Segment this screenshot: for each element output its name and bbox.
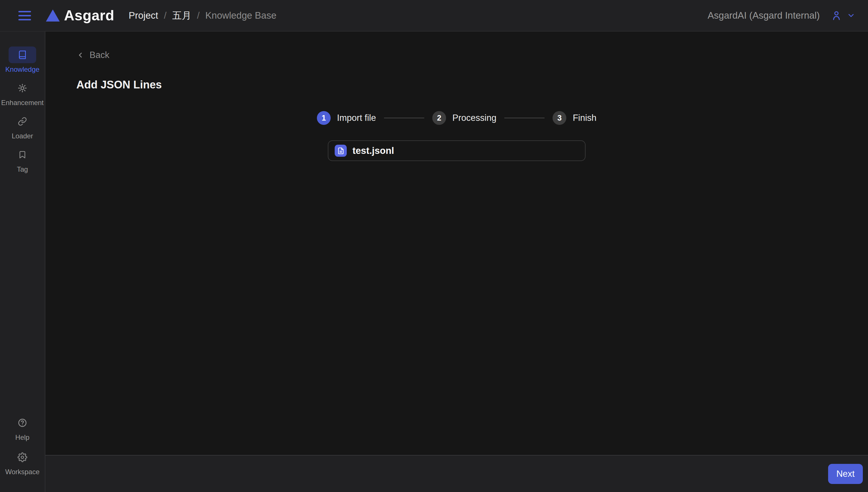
sidebar-item-workspace[interactable]: Workspace (0, 449, 45, 476)
sidebar-bottom-group: Help Workspace (0, 415, 45, 476)
sidebar-item-label: Tag (17, 165, 28, 173)
book-icon (8, 47, 36, 63)
logo-text: Asgard (64, 7, 114, 24)
breadcrumb-project[interactable]: Project (129, 10, 158, 21)
page-title: Add JSON Lines (76, 79, 868, 91)
sidebar-item-label: Help (15, 434, 29, 441)
bookmark-icon (8, 146, 36, 163)
sidebar-item-help[interactable]: Help (0, 415, 45, 441)
sidebar: Knowledge Enhancement (0, 31, 45, 492)
chevron-left-icon (76, 51, 84, 59)
step-processing: 2 Processing (432, 111, 496, 125)
step-finish: 3 Finish (552, 111, 596, 125)
account-menu[interactable]: AsgardAI (Asgard Internal) (708, 9, 855, 22)
sidebar-item-loader[interactable]: Loader (0, 113, 45, 140)
breadcrumb-current-page: Knowledge Base (205, 10, 276, 21)
breadcrumb-separator: / (164, 10, 167, 21)
top-header: Asgard Project / 五月 / Knowledge Base Asg… (0, 0, 868, 31)
sidebar-item-label: Enhancement (1, 99, 44, 107)
step-label: Finish (573, 113, 596, 123)
logo-triangle-icon (46, 9, 60, 22)
sidebar-item-label: Workspace (5, 468, 40, 476)
sidebar-item-enhancement[interactable]: Enhancement (0, 80, 45, 107)
import-stepper: 1 Import file 2 Processing 3 Finish (317, 111, 596, 125)
sidebar-item-knowledge[interactable]: Knowledge (0, 47, 45, 73)
step-number-badge: 1 (317, 111, 331, 125)
footer-bar: Next (45, 455, 868, 492)
next-button[interactable]: Next (828, 464, 863, 484)
sun-icon (8, 80, 36, 96)
selected-file-field[interactable]: test.jsonl (328, 140, 586, 161)
step-connector (504, 118, 545, 118)
sidebar-item-label: Knowledge (5, 66, 40, 73)
step-number-badge: 2 (432, 111, 446, 125)
person-icon (831, 9, 842, 22)
menu-hamburger-icon[interactable] (18, 11, 31, 20)
gear-icon (8, 449, 36, 466)
step-label: Processing (452, 113, 496, 123)
step-import-file: 1 Import file (317, 111, 376, 125)
step-number-badge: 3 (552, 111, 566, 125)
asgard-logo[interactable]: Asgard (46, 7, 114, 24)
account-label: AsgardAI (Asgard Internal) (708, 10, 820, 21)
breadcrumb: Project / 五月 / Knowledge Base (129, 9, 276, 22)
breadcrumb-separator: / (197, 10, 199, 21)
back-button[interactable]: Back (76, 50, 109, 60)
link-icon (8, 113, 36, 130)
sidebar-item-label: Loader (12, 132, 33, 140)
step-connector (384, 118, 424, 118)
chevron-down-icon (847, 11, 855, 20)
file-document-icon (335, 145, 347, 157)
question-circle-icon (8, 415, 36, 431)
breadcrumb-workspace[interactable]: 五月 (172, 9, 191, 22)
main-content: Back Add JSON Lines 1 Import file 2 Proc… (45, 31, 868, 455)
sidebar-item-tag[interactable]: Tag (0, 146, 45, 173)
back-label: Back (90, 50, 109, 60)
file-name: test.jsonl (352, 145, 394, 156)
step-label: Import file (337, 113, 376, 123)
